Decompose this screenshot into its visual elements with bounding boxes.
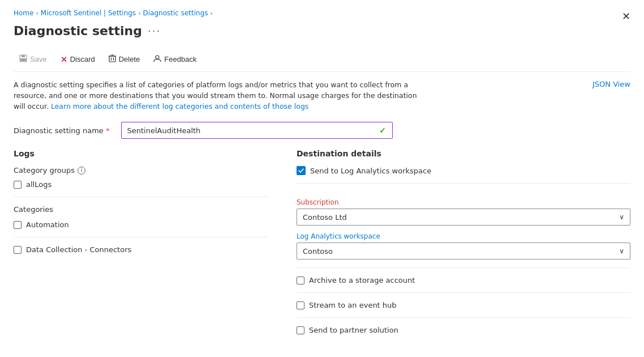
all-logs-label[interactable]: allLogs: [26, 180, 51, 189]
svg-point-8: [156, 56, 159, 59]
save-icon: [19, 54, 27, 64]
partner-solution-row: Send to partner solution: [297, 326, 630, 342]
destination-panel: Destination details Send to Log Analytic…: [285, 149, 630, 342]
subscription-select[interactable]: Contoso Ltd ∨: [297, 209, 630, 226]
close-button[interactable]: ✕: [620, 8, 633, 25]
all-logs-checkbox[interactable]: [14, 181, 22, 189]
data-collection-label[interactable]: Data Collection - Connectors: [26, 245, 131, 254]
setting-name-row: Diagnostic setting name * SentinelAuditH…: [14, 122, 630, 139]
breadcrumb-sentinel[interactable]: Microsoft Sentinel | Settings: [41, 9, 136, 17]
archive-storage-row: Archive to a storage account: [297, 276, 630, 293]
automation-label[interactable]: Automation: [26, 220, 69, 229]
feedback-button[interactable]: Feedback: [148, 52, 202, 67]
partner-solution-checkbox[interactable]: [297, 326, 304, 334]
more-options-button[interactable]: ···: [148, 26, 161, 36]
subscription-value: Contoso Ltd: [303, 213, 347, 222]
svg-rect-2: [20, 58, 26, 61]
page-container: Home › Microsoft Sentinel | Settings › D…: [0, 0, 644, 351]
archive-storage-checkbox[interactable]: [297, 277, 304, 284]
log-analytics-workspace-select[interactable]: Contoso ∨: [297, 243, 630, 260]
info-text: A diagnostic setting specifies a list of…: [14, 80, 421, 112]
categories-section: Categories Automation Data Collection - …: [14, 205, 268, 262]
log-analytics-workspace-chevron-icon: ∨: [619, 247, 624, 255]
breadcrumb-sep-2: ›: [138, 10, 140, 17]
logs-panel: Logs Category groups i allLogs Categorie…: [14, 149, 285, 342]
log-analytics-workspace-value: Contoso: [303, 247, 333, 256]
delete-button[interactable]: Delete: [103, 52, 146, 67]
stream-event-hub-row: Stream to an event hub: [297, 301, 630, 318]
send-log-analytics-label: Send to Log Analytics workspace: [310, 167, 431, 175]
subscription-label: Subscription: [297, 198, 630, 206]
discard-label: Discard: [70, 55, 95, 63]
partner-solution-label[interactable]: Send to partner solution: [309, 326, 398, 334]
required-marker: *: [106, 126, 110, 135]
setting-name-input-wrapper[interactable]: SentinelAuditHealth ✓: [121, 122, 393, 139]
svg-rect-1: [22, 55, 25, 57]
discard-button[interactable]: ✕ Discard: [55, 52, 101, 67]
send-log-analytics-row: Send to Log Analytics workspace: [297, 166, 630, 184]
discard-icon: ✕: [61, 55, 67, 64]
page-header: Diagnostic setting ···: [14, 24, 630, 38]
setting-name-value: SentinelAuditHealth: [127, 126, 201, 135]
automation-checkbox[interactable]: [14, 221, 22, 229]
feedback-icon: [153, 54, 161, 64]
delete-label: Delete: [119, 55, 140, 63]
valid-checkmark-icon: ✓: [379, 125, 387, 135]
all-logs-row: allLogs: [14, 180, 268, 197]
breadcrumb: Home › Microsoft Sentinel | Settings › D…: [14, 9, 630, 17]
subscription-section: Subscription Contoso Ltd ∨ Log Analytics…: [297, 192, 630, 268]
send-log-analytics-checkbox[interactable]: [297, 166, 306, 175]
breadcrumb-home[interactable]: Home: [14, 9, 33, 17]
json-view-link[interactable]: JSON View: [593, 80, 630, 88]
info-bar: A diagnostic setting specifies a list of…: [14, 80, 630, 112]
delete-icon: [109, 54, 116, 64]
log-analytics-workspace-label: Log Analytics workspace: [297, 232, 630, 240]
breadcrumb-sep-3: ›: [211, 10, 213, 17]
logs-section-title: Logs: [14, 149, 268, 158]
svg-rect-3: [109, 56, 115, 62]
setting-name-label: Diagnostic setting name *: [14, 126, 110, 135]
toolbar: Save ✕ Discard Delete: [14, 47, 630, 72]
stream-event-hub-label[interactable]: Stream to an event hub: [309, 301, 397, 309]
stream-event-hub-checkbox[interactable]: [297, 301, 304, 309]
categories-title: Categories: [14, 205, 268, 214]
save-button[interactable]: Save: [14, 52, 53, 67]
automation-row: Automation: [14, 220, 268, 237]
learn-more-link[interactable]: Learn more about the different log categ…: [51, 102, 308, 110]
data-collection-checkbox[interactable]: [14, 246, 22, 254]
category-groups-label: Category groups i: [14, 166, 268, 175]
category-groups-info-icon[interactable]: i: [78, 167, 85, 175]
main-content: Logs Category groups i allLogs Categorie…: [14, 149, 630, 342]
save-label: Save: [30, 55, 47, 63]
feedback-label: Feedback: [164, 55, 196, 63]
subscription-chevron-icon: ∨: [619, 213, 624, 221]
data-collection-row: Data Collection - Connectors: [14, 245, 268, 262]
breadcrumb-sep-1: ›: [36, 10, 38, 17]
breadcrumb-diagnostic[interactable]: Diagnostic settings: [143, 9, 208, 17]
destination-title: Destination details: [297, 149, 630, 158]
archive-storage-label[interactable]: Archive to a storage account: [309, 276, 415, 284]
page-title: Diagnostic setting: [14, 24, 142, 38]
